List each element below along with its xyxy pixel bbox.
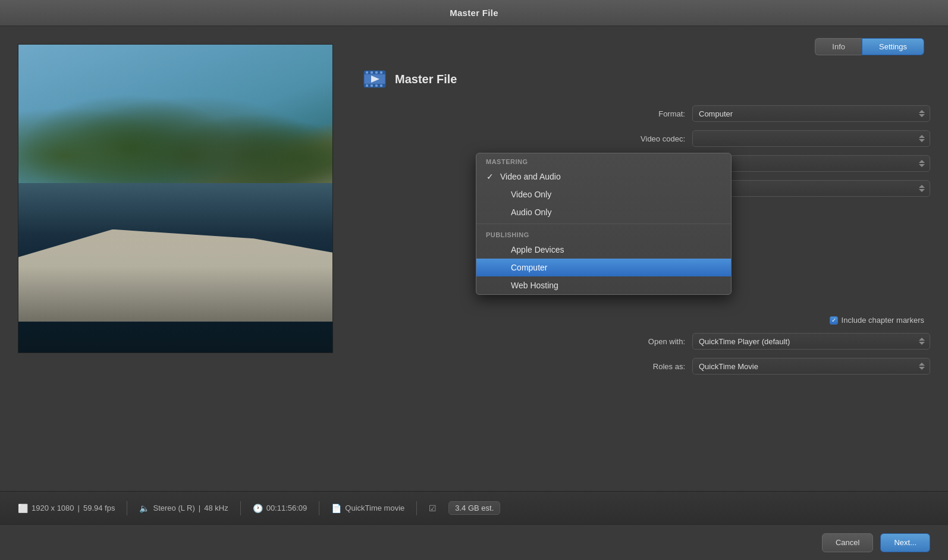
speaker-icon: 🔈	[139, 504, 149, 513]
svg-rect-10	[380, 84, 382, 87]
title-bar: Master File	[0, 0, 948, 26]
dropdown-item-video-only-label: Video Only	[511, 190, 551, 199]
arrow-down-icon-6	[919, 367, 925, 370]
arrow-down-icon-4	[919, 189, 925, 192]
dropdown-arrow-3	[919, 160, 925, 167]
chapter-markers-row: Include chapter markers	[363, 316, 930, 325]
open-with-label: Open with:	[590, 337, 685, 346]
video-codec-dropdown[interactable]	[692, 130, 930, 147]
status-file-type: 📄 QuickTime movie	[331, 504, 404, 513]
dropdown-arrow-5	[919, 338, 925, 345]
roles-dropdown[interactable]: QuickTime Movie	[692, 358, 930, 375]
arrow-up-icon	[919, 110, 925, 113]
status-audio: 🔈 Stereo (L R) | 48 kHz	[139, 504, 228, 513]
sample-rate-text: 48 kHz	[204, 504, 228, 512]
video-codec-row: Video codec:	[363, 130, 930, 147]
arrow-down-icon-2	[919, 139, 925, 142]
size-badge: 3.4 GB est.	[448, 501, 500, 515]
roles-value: QuickTime Movie	[699, 362, 758, 371]
main-content: Info Settings	[0, 26, 948, 491]
duration-text: 00:11:56:09	[266, 504, 307, 512]
mastering-header: MASTERING	[476, 153, 731, 168]
dropdown-item-video-and-audio-label: Video and Audio	[500, 172, 561, 181]
arrow-up-icon-5	[919, 338, 925, 341]
dropdown-item-apple-devices-label: Apple Devices	[511, 245, 564, 254]
arrow-up-icon-3	[919, 160, 925, 163]
dropdown-item-web-hosting[interactable]: Web Hosting	[476, 276, 731, 294]
format-label: Format:	[590, 109, 685, 118]
video-preview	[18, 44, 333, 353]
dropdown-item-video-and-audio[interactable]: ✓ Video and Audio	[476, 168, 731, 185]
status-duration: 🕐 00:11:56:09	[253, 504, 307, 513]
svg-rect-3	[366, 71, 368, 74]
arrow-up-icon-4	[919, 185, 925, 188]
format-value: Computer	[699, 109, 733, 118]
master-file-icon	[363, 67, 387, 91]
divider-4	[416, 501, 417, 515]
divider-2	[240, 501, 241, 515]
arrow-down-icon-3	[919, 164, 925, 167]
arrow-down-icon	[919, 114, 925, 117]
preview-area	[18, 38, 339, 479]
dropdown-arrow	[919, 110, 925, 117]
dropdown-arrow-4	[919, 185, 925, 192]
chapter-markers-checkbox-wrapper[interactable]: Include chapter markers	[830, 316, 924, 325]
chapter-markers-checkbox[interactable]	[830, 316, 838, 325]
dropdown-item-computer-label: Computer	[511, 263, 547, 272]
dropdown-item-computer[interactable]: Computer	[476, 259, 731, 276]
dropdown-item-audio-only-label: Audio Only	[511, 207, 551, 217]
audio-text: Stereo (L R)	[153, 504, 194, 512]
cancel-button[interactable]: Cancel	[822, 533, 873, 552]
dropdown-divider	[476, 224, 731, 224]
svg-rect-4	[371, 71, 373, 74]
svg-rect-7	[366, 84, 368, 87]
lower-rows: Open with: QuickTime Player (default) Ro…	[363, 333, 930, 375]
window-title: Master File	[450, 8, 498, 18]
dropdown-item-video-only[interactable]: Video Only	[476, 185, 731, 203]
divider-3	[319, 501, 319, 515]
format-dropdown[interactable]: Computer	[692, 105, 930, 122]
status-check: ☑	[429, 504, 437, 513]
format-dropdown-menu: MASTERING ✓ Video and Audio Video Only A…	[476, 153, 732, 295]
monitor-icon: ⬜	[18, 504, 28, 513]
svg-rect-9	[375, 84, 378, 87]
status-resolution: ⬜ 1920 x 1080 | 59.94 fps	[18, 504, 115, 513]
tab-bar: Info Settings	[363, 38, 930, 55]
resolution-text: 1920 x 1080	[32, 504, 74, 512]
check-mark-icon: ✓	[485, 172, 495, 181]
roles-label: Roles as:	[590, 362, 685, 371]
arrow-up-icon-6	[919, 363, 925, 366]
pipe-1: |	[78, 504, 80, 512]
file-type-text: QuickTime movie	[345, 504, 404, 512]
tab-info[interactable]: Info	[815, 38, 862, 55]
open-with-value: QuickTime Player (default)	[699, 337, 790, 346]
svg-rect-6	[380, 71, 382, 74]
next-button[interactable]: Next...	[880, 533, 930, 552]
check-icon: ☑	[429, 504, 437, 513]
status-bar: ⬜ 1920 x 1080 | 59.94 fps 🔈 Stereo (L R)…	[0, 491, 948, 524]
button-bar: Cancel Next...	[0, 524, 948, 560]
dropdown-arrow-6	[919, 363, 925, 370]
arrow-up-icon-2	[919, 135, 925, 138]
svg-rect-5	[375, 71, 378, 74]
settings-panel: Info Settings	[363, 38, 930, 479]
dropdown-item-apple-devices[interactable]: Apple Devices	[476, 241, 731, 259]
roles-row: Roles as: QuickTime Movie	[363, 358, 930, 375]
dropdown-arrow-2	[919, 135, 925, 142]
arrow-down-icon-5	[919, 342, 925, 345]
pipe-2: |	[199, 504, 200, 512]
clock-icon: 🕐	[253, 504, 263, 513]
chapter-markers-label: Include chapter markers	[842, 316, 924, 325]
dropdown-item-audio-only[interactable]: Audio Only	[476, 203, 731, 221]
form-area: Format: Computer Video codec:	[363, 105, 930, 375]
tab-settings[interactable]: Settings	[862, 38, 924, 55]
open-with-row: Open with: QuickTime Player (default)	[363, 333, 930, 350]
open-with-dropdown[interactable]: QuickTime Player (default)	[692, 333, 930, 350]
master-file-title: Master File	[395, 73, 457, 86]
fps-text: 59.94 fps	[83, 504, 115, 512]
svg-rect-8	[371, 84, 373, 87]
video-codec-label: Video codec:	[590, 134, 685, 143]
dropdown-item-web-hosting-label: Web Hosting	[511, 281, 558, 290]
format-row: Format: Computer	[363, 105, 930, 122]
mountain-layer	[18, 45, 332, 183]
